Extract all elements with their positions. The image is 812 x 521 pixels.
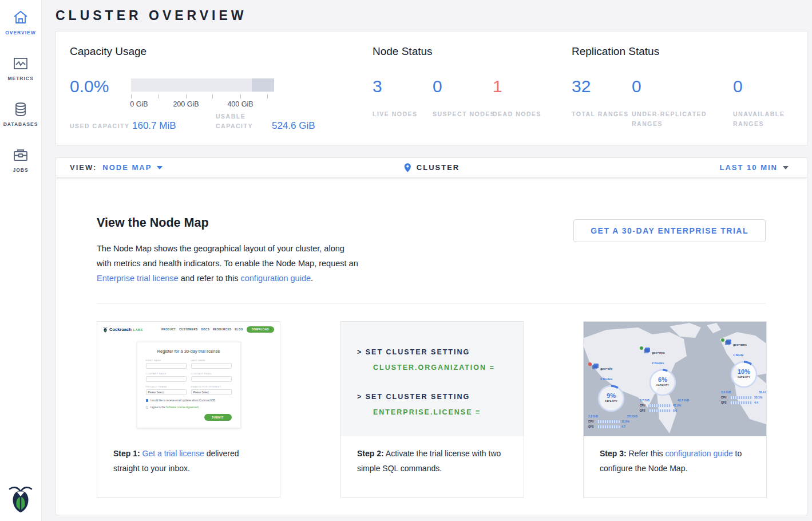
sidebar-item-overview[interactable]: OVERVIEW (0, 9, 41, 35)
sidebar-item-jobs[interactable]: JOBS (0, 147, 41, 173)
sql-setting-line: ENTERPRISE.LICENSE = (373, 408, 524, 416)
capacity-usage-section: Capacity Usage 0.0% 0 GiB 200 GiB 400 Gi… (70, 31, 356, 145)
map-node-ams: geo=ams 1 Node 10% CAPACITY 3.6 GiB36.4 … (721, 338, 766, 404)
capacity-label: CAPACITY (596, 400, 626, 402)
total-ranges-label: TOTAL RANGES (572, 109, 640, 119)
node-map-preview-image: geo=sfo 2 Nodes 9% CAPACITY 3.2 GiB351 G… (584, 322, 766, 436)
cpu-meter (597, 420, 620, 423)
qps-meter (730, 401, 752, 404)
sidebar-item-label: JOBS (0, 167, 41, 173)
suspect-nodes-value: 0 (433, 77, 442, 96)
step2-card: > SET CLUSTER SETTING CLUSTER.ORGANIZATI… (340, 321, 524, 498)
capacity-used: 3.2 GiB (588, 415, 598, 418)
cpu-label: CPU (640, 404, 647, 407)
get-trial-license-link[interactable]: Get a trial license (142, 449, 204, 458)
capacity-percent: 6% (648, 376, 678, 383)
qps-label: QPS (640, 409, 647, 412)
trial-license-site-screenshot: Cockroach LABS PRODUCT CUSTOMERS DOCS RE… (97, 322, 280, 436)
capacity-label: CAPACITY (648, 384, 678, 386)
view-bar: VIEW: NODE MAP CLUSTER LAST 10 MIN (56, 157, 807, 177)
total-ranges-value: 32 (572, 77, 591, 96)
mini-field-label: COMPANY NAME (146, 372, 187, 375)
sidebar-item-databases[interactable]: DATABASES (0, 101, 41, 127)
sql-prompt-line: > SET CLUSTER SETTING (357, 348, 524, 356)
step3-label: Step 3: (600, 449, 627, 458)
node-status-section: Node Status 3 LIVE NODES 0 SUSPECT NODES… (373, 31, 561, 145)
step3-caption: Step 3: Refer this configuration guide t… (584, 436, 766, 476)
cpu-value: 53.1% (754, 396, 762, 399)
mini-field-label: PROJECT PHASE (146, 385, 187, 388)
qps-meter (597, 425, 620, 428)
locality-name: geo=nyc (652, 351, 664, 354)
used-capacity-value: 160.7 MiB (132, 120, 216, 131)
dead-nodes-stat: 1 DEAD NODES (493, 77, 502, 96)
enterprise-trial-license-link[interactable]: Enterprise trial license (97, 274, 179, 283)
time-range-dropdown[interactable]: LAST 10 MIN (720, 163, 789, 172)
suspect-nodes-label: SUSPECT NODES (433, 109, 501, 119)
axis-tick-label: 0 GiB (130, 100, 148, 108)
capacity-label: CAPACITY (729, 376, 759, 378)
cockroachdb-logo-icon (9, 484, 33, 514)
sql-commands-image: > SET CLUSTER SETTING CLUSTER.ORGANIZATI… (341, 322, 524, 436)
mini-register-form: Register for a 30-day trial license FIRS… (137, 342, 241, 428)
sql-prompt-line: > SET CLUSTER SETTING (357, 393, 524, 401)
mini-select: Please Select (146, 389, 187, 395)
mini-nav-item: DOCS (201, 328, 209, 331)
sql-setting-line: CLUSTER.ORGANIZATION = (373, 364, 524, 372)
cpu-label: CPU (588, 420, 595, 423)
view-label: VIEW: (70, 163, 97, 172)
mini-nav-item: PRODUCT (161, 328, 176, 331)
under-replicated-stat: 0 UNDER-REPLICATED RANGES (632, 77, 641, 96)
capacity-bar-chart: 0 GiB 200 GiB 400 GiB (131, 78, 274, 113)
qps-value: 4.4 (754, 401, 758, 404)
capacity-percent: 10% (729, 368, 759, 375)
capacity-percent: 9% (596, 392, 626, 399)
status-dot-red-icon (588, 362, 592, 366)
map-node-sfo: geo=sfo 2 Nodes 9% CAPACITY 3.2 GiB351 G… (588, 362, 641, 428)
capacity-used-percent: 0.0% (70, 77, 109, 96)
qps-label: QPS (588, 425, 595, 428)
enterprise-trial-button[interactable]: GET A 30-DAY ENTERPRISE TRIAL (573, 219, 766, 242)
step3-text: Refer this (627, 449, 666, 458)
locality-node-count: 1 Node (733, 353, 743, 357)
locality-name: geo=sfo (600, 367, 612, 370)
step1-caption: Step 1: Get a trial license delivered st… (97, 436, 280, 476)
sidebar: OVERVIEW METRICS DATABASES JOBS (0, 0, 42, 521)
step1-card: Cockroach LABS PRODUCT CUSTOMERS DOCS RE… (97, 321, 280, 498)
cpu-meter (648, 404, 671, 407)
mini-site-nav: PRODUCT CUSTOMERS DOCS RESOURCES BLOG DO… (161, 326, 274, 333)
status-dot-green-icon (721, 338, 724, 342)
qps-label: QPS (721, 401, 728, 404)
unavailable-ranges-label: UNAVAILABLE RANGES (733, 109, 802, 129)
page-title: CLUSTER OVERVIEW (56, 8, 812, 23)
configuration-guide-link[interactable]: configuration guide (665, 449, 732, 458)
databases-icon (12, 101, 29, 118)
axis-tick-label: 400 GiB (227, 100, 253, 108)
capacity-total: 36.4 GiB (759, 390, 766, 394)
sidebar-item-metrics[interactable]: METRICS (0, 55, 41, 81)
node-map-panel: View the Node Map The Node Map shows the… (56, 179, 807, 515)
axis-tick-label: 200 GiB (173, 100, 199, 108)
used-capacity-label: USED CAPACITY (70, 121, 132, 131)
view-selector-dropdown[interactable]: VIEW: NODE MAP (70, 163, 163, 172)
cpu-label: CPU (721, 396, 728, 399)
mini-site-logo: Cockroach LABS (103, 327, 143, 333)
under-replicated-label: UNDER-REPLICATED RANGES (632, 109, 726, 129)
mini-download-button: DOWNLOAD (247, 326, 274, 333)
scope-label: CLUSTER (417, 163, 460, 172)
qps-meter (648, 409, 671, 412)
capacity-total: 43.7 GiB (678, 398, 689, 402)
mini-checkbox-empty (146, 406, 149, 409)
configuration-guide-link[interactable]: configuration guide (240, 274, 311, 283)
time-range-value: LAST 10 MIN (720, 163, 778, 172)
unavailable-ranges-stat: 0 UNAVAILABLE RANGES (733, 77, 743, 96)
jobs-icon (12, 147, 29, 164)
location-pin-icon (403, 163, 412, 173)
sidebar-item-label: OVERVIEW (0, 30, 41, 35)
capacity-gauge: 9% CAPACITY (596, 384, 626, 413)
node-cube-icon (726, 340, 731, 344)
mini-checkbox-label: I agree to the Software License Agreemen… (150, 406, 200, 409)
node-status-title: Node Status (373, 45, 433, 58)
chevron-down-icon (157, 166, 163, 169)
capacity-used: 3.7 GiB (640, 398, 649, 402)
